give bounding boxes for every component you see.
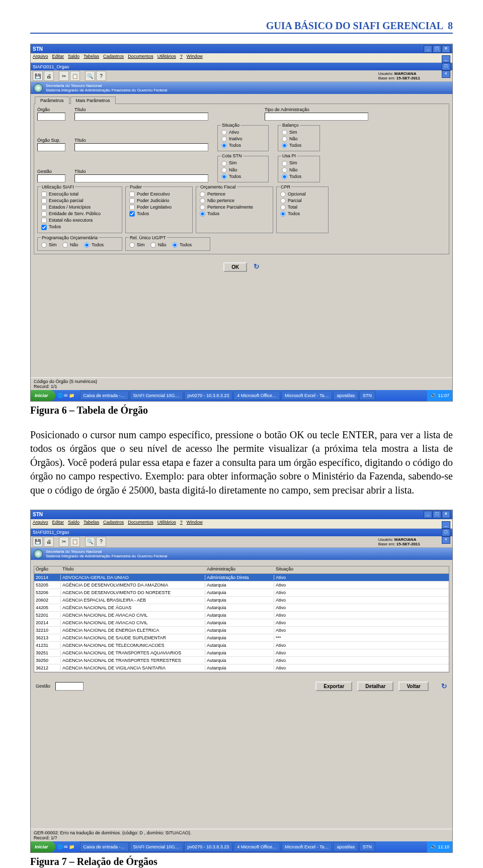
chk-poder-judic[interactable]: Poder Judiciário <box>129 198 189 204</box>
ok-button[interactable]: OK <box>223 262 247 272</box>
table-row[interactable]: 20114ADVOCACIA-GERAL DA UNIAOAdministraç… <box>34 574 449 582</box>
chk-util-todos[interactable]: Todos <box>41 224 119 230</box>
radio-situacao-inativo[interactable]: Inativo <box>221 136 265 142</box>
table-row[interactable]: 36213AGENCIA NACIONAL DE SAUDE SUPLEMENT… <box>34 634 449 642</box>
chk-entidade-servico[interactable]: Entidade de Serv. Público <box>41 211 119 217</box>
chk-estados-municipios[interactable]: Estados / Municípios <box>41 204 119 211</box>
radio-cpr-total[interactable]: Total <box>280 204 325 211</box>
table-row[interactable]: 52201AGENCIA NACIONAL DE AVIACAO CIVILAu… <box>34 612 449 619</box>
maximize-icon[interactable]: □ <box>433 45 441 53</box>
menu-utilitarios[interactable]: Utilitários <box>157 520 176 528</box>
chk-poder-legis[interactable]: Poder Legislativo <box>129 204 189 211</box>
quicklaunch-icon[interactable]: 📁 <box>69 844 74 849</box>
radio-cpr-todos[interactable]: Todos <box>280 211 325 217</box>
task-item[interactable]: SIAFI Gerencial 10G… <box>130 842 183 851</box>
menu-tabelas[interactable]: Tabelas <box>84 54 99 62</box>
refresh-icon[interactable]: ↻ <box>254 262 260 270</box>
toolbar-print-icon[interactable]: 🖨 <box>44 71 54 81</box>
start-button[interactable]: Iniciar <box>31 390 55 401</box>
radio-balanco-nao[interactable]: Não <box>281 136 316 142</box>
task-item[interactable]: pv0270 - 10.3.8.3.23 <box>184 842 233 851</box>
minimize-icon[interactable]: _ <box>424 511 432 518</box>
radio-cota-nao[interactable]: Não <box>221 167 265 173</box>
radio-balanco-sim[interactable]: Sim <box>281 129 316 136</box>
radio-usapi-nao[interactable]: Não <box>281 167 316 173</box>
input-orgao-sup[interactable] <box>37 143 65 151</box>
radio-usapi-sim[interactable]: Sim <box>281 160 316 166</box>
input-orgao[interactable] <box>37 113 65 121</box>
menu-editar[interactable]: Editar <box>52 520 64 528</box>
sub-minimize-icon[interactable]: _ <box>442 55 450 63</box>
toolbar-help-icon[interactable]: ? <box>96 71 106 81</box>
menu-saldo[interactable]: Saldo <box>68 520 79 528</box>
menu-documentos[interactable]: Documentos <box>128 520 153 528</box>
toolbar-copy-icon[interactable]: 📋 <box>70 71 80 81</box>
chk-estatal-nao-exec[interactable]: Estatal não executora <box>41 217 119 224</box>
menu-saldo[interactable]: Saldo <box>68 54 79 62</box>
radio-orc-nao-pertence[interactable]: Não pertence <box>199 198 270 204</box>
radio-prog-nao[interactable]: Não <box>62 242 78 247</box>
toolbar-copy-icon[interactable]: 📋 <box>70 537 80 547</box>
table-row[interactable]: 53206AGENCIA DE DESENVOLVIMENTO DO NORDE… <box>34 589 449 597</box>
maximize-icon[interactable]: □ <box>433 511 441 518</box>
table-row[interactable]: 32210AGENCIA NACIONAL DE ENERGIA ELETRIC… <box>34 627 449 634</box>
toolbar-print-icon[interactable]: 🖨 <box>44 537 54 547</box>
menu-cadastros[interactable]: Cadastros <box>103 520 124 528</box>
task-item[interactable]: apostilas <box>333 391 358 400</box>
table-row[interactable]: 41231AGENCIA NACIONAL DE TELECOMUNICACOE… <box>34 642 449 649</box>
menu-window[interactable]: Window <box>187 520 203 528</box>
input-titulo[interactable] <box>74 113 208 121</box>
radio-cota-todos[interactable]: Todos <box>221 173 265 180</box>
input-titulo-gestao[interactable] <box>74 174 208 182</box>
menu-window[interactable]: Window <box>187 54 203 62</box>
toolbar-search-icon[interactable]: 🔍 <box>85 537 95 547</box>
menu-cadastros[interactable]: Cadastros <box>103 54 124 62</box>
tab-parametros[interactable]: Parâmetros <box>35 97 69 104</box>
quicklaunch-icon[interactable]: ✉ <box>64 393 68 398</box>
table-row[interactable]: 39250AGENCIA NACIONAL DE TRANSPORTES TER… <box>34 657 449 664</box>
task-item[interactable]: SIAFI Gerencial 10G… <box>130 391 183 400</box>
tab-mais-parametros[interactable]: Mais Parâmetros <box>70 97 116 104</box>
table-row[interactable]: 53205AGÊNCIA DE DESENVOLVIMENTO DA AMAZO… <box>34 582 449 589</box>
menu-documentos[interactable]: Documentos <box>128 54 153 62</box>
sub-maximize-icon[interactable]: □ <box>442 63 450 70</box>
table-row[interactable]: 20602AGENCIA ESPACIAL BRASILEIRA - AEBAu… <box>34 597 449 604</box>
chk-poder-todos[interactable]: Todos <box>129 211 189 217</box>
input-gestao[interactable] <box>37 174 65 182</box>
menu-tabelas[interactable]: Tabelas <box>84 520 99 528</box>
task-item[interactable]: STN <box>359 391 375 400</box>
menu-help[interactable]: ? <box>180 54 183 62</box>
quicklaunch-icon[interactable]: 📁 <box>69 393 74 398</box>
table-row[interactable]: 44205AGÊNCIA NACIONAL DE ÁGUASAutarquiaA… <box>34 604 449 612</box>
task-item[interactable]: Microsoft Excel - Ta… <box>281 842 332 851</box>
radio-orc-parcial[interactable]: Pertence Parcialmente <box>199 204 270 211</box>
radio-orc-pertence[interactable]: Pertence <box>199 191 270 198</box>
radio-prog-todos[interactable]: Todos <box>84 242 104 247</box>
radio-cpr-parcial[interactable]: Parcial <box>280 198 325 204</box>
sub-maximize-icon[interactable]: □ <box>442 529 450 536</box>
chk-exec-parcial[interactable]: Execução parcial <box>41 198 119 204</box>
toolbar-help-icon[interactable]: ? <box>96 537 106 547</box>
task-item[interactable]: STN <box>359 842 375 851</box>
menu-editar[interactable]: Editar <box>52 54 64 62</box>
quicklaunch-icon[interactable]: 🌐 <box>57 393 63 398</box>
minimize-icon[interactable]: _ <box>424 45 432 53</box>
start-button[interactable]: Iniciar <box>31 841 55 852</box>
chk-poder-exec[interactable]: Poder Executivo <box>129 191 189 198</box>
radio-rel-sim[interactable]: Sim <box>129 242 145 247</box>
menu-utilitarios[interactable]: Utilitários <box>157 54 176 62</box>
menu-arquivo[interactable]: Arquivo <box>33 520 48 528</box>
refresh-icon[interactable]: ↻ <box>441 682 447 690</box>
radio-situacao-ativo[interactable]: Ativo <box>221 129 265 136</box>
task-item[interactable]: apostilas <box>333 842 358 851</box>
tray-icon[interactable]: 🔊 <box>430 393 436 398</box>
sub-minimize-icon[interactable]: _ <box>442 521 450 529</box>
close-icon[interactable]: × <box>442 45 450 53</box>
input-tipo-admin[interactable] <box>265 113 368 121</box>
close-icon[interactable]: × <box>442 511 450 518</box>
input-gestao-2[interactable] <box>55 682 84 691</box>
radio-situacao-todos[interactable]: Todos <box>221 142 265 149</box>
radio-cota-sim[interactable]: Sim <box>221 160 265 166</box>
table-row[interactable]: 20214AGENCIA NACIONAL DE AVIACAO CIVILAu… <box>34 619 449 627</box>
radio-prog-sim[interactable]: Sim <box>41 242 57 247</box>
